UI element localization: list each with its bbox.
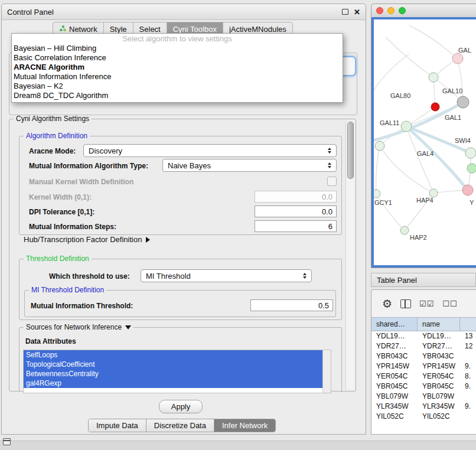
network-node[interactable]	[462, 185, 473, 195]
table-cell: YLR345W	[418, 402, 460, 412]
algorithm-option[interactable]: Basic Correlation Inference	[12, 53, 343, 63]
threshold-definition-group: Threshold Definition Which threshold to …	[19, 259, 342, 320]
algorithm-option[interactable]: Bayesian – Hill Climbing	[12, 44, 343, 53]
network-node[interactable]	[431, 103, 439, 111]
mi-algorithm-type-combobox[interactable]: Naive Bayes	[162, 159, 337, 172]
data-attributes-list[interactable]: SelfLoopsTopologicalCoefficientBetweenne…	[23, 350, 331, 393]
node-label: GAL1	[445, 114, 461, 121]
algorithm-option[interactable]: Dream8 DC_TDC Algorithm	[12, 91, 343, 100]
table-cell: 8.	[460, 371, 476, 381]
table-row[interactable]: YDL19…YDL19…13	[371, 331, 476, 341]
network-node[interactable]	[457, 96, 469, 108]
network-node[interactable]	[375, 141, 384, 151]
column-header-shared-name[interactable]: shared…	[371, 318, 418, 331]
kernel-width-input[interactable]	[255, 191, 337, 203]
algorithm-popup-list: Bayesian – Hill ClimbingBasic Correlatio…	[12, 44, 343, 100]
table-row[interactable]: YDR27…YDR27…12	[371, 341, 476, 351]
table-toolbar: ⚙ ☑☑ ☐☐	[371, 290, 476, 317]
table-panel-header: Table Panel	[371, 273, 476, 287]
network-node[interactable]	[452, 53, 463, 64]
network-edge	[376, 146, 380, 194]
algorithm-option[interactable]: Bayesian – K2	[12, 81, 343, 91]
table-cell: YBL079W	[418, 392, 460, 402]
aracne-mode-combobox[interactable]: Discovery	[83, 144, 337, 157]
network-node[interactable]	[374, 190, 380, 198]
network-node[interactable]	[467, 164, 476, 173]
minimize-window-icon[interactable]	[387, 7, 395, 14]
table-cell: YLR345W	[371, 402, 418, 412]
mi-steps-input[interactable]	[255, 220, 337, 232]
threshold-definition-title: Threshold Definition	[24, 255, 92, 263]
node-label: GAL10	[442, 87, 462, 94]
tab-infer-network[interactable]: Infer Network	[214, 419, 275, 432]
table-row[interactable]: YBR043CYBR043C	[371, 351, 476, 361]
control-panel-titlebar: Control Panel ✕	[2, 4, 366, 20]
zoom-window-icon[interactable]	[399, 7, 406, 14]
algorithm-option[interactable]: ARACNE Algorithm	[12, 63, 343, 72]
table-body: YDL19…YDL19…13YDR27…YDR27…12YBR043CYBR04…	[371, 331, 476, 435]
column-header-name[interactable]: name	[418, 318, 460, 331]
cyni-algorithm-settings-group: Cyni Algorithm Settings Algorithm Defini…	[9, 119, 356, 392]
algorithm-option[interactable]: Mutual Information Inference	[12, 72, 343, 81]
attribute-item-selected[interactable]: TopologicalCoefficient	[24, 360, 331, 369]
table-row[interactable]: YBL079WYBL079W	[371, 392, 476, 402]
table-row[interactable]: YER054CYER054C8.	[371, 371, 476, 381]
table-panel-window: ⚙ ☑☑ ☐☐ shared… name YDL19…YDL19…13YDR27…	[371, 289, 476, 435]
restore-panel-icon[interactable]	[3, 438, 11, 445]
table-cell: YIL052C	[371, 412, 418, 422]
table-cell: YPR145W	[371, 361, 418, 371]
attribute-item-selected[interactable]: SelfLoops	[24, 350, 331, 360]
network-node[interactable]	[465, 148, 476, 158]
combo-stepper-icon	[324, 148, 331, 154]
close-panel-icon[interactable]: ✕	[354, 8, 360, 16]
dpi-tolerance-input[interactable]	[255, 206, 337, 217]
tab-label: Select	[139, 25, 161, 34]
network-graph[interactable]: GALGAL80GAL10GAL11GAL1SWI4GAL4GCY1HAP4HA…	[374, 19, 476, 268]
apply-button[interactable]: Apply	[159, 400, 203, 413]
table-cell: YPR145W	[418, 361, 460, 371]
network-node[interactable]	[401, 121, 412, 132]
table-row[interactable]: YIL052CYIL052C	[371, 412, 476, 422]
tab-label: jActiveMNodules	[229, 25, 286, 34]
network-node[interactable]	[400, 226, 409, 234]
columns-icon[interactable]	[400, 299, 411, 308]
table-row[interactable]: YPR145WYPR145W9.	[371, 361, 476, 371]
table-cell: 9.	[460, 381, 476, 392]
network-node[interactable]	[429, 189, 438, 197]
bottom-tabs: Impute DataDiscretize DataInfer Network	[88, 419, 276, 432]
sources-group-title[interactable]: Sources for Network Inference	[24, 323, 133, 331]
algorithm-dropdown-popup: Select algorithm to view settings Bayesi…	[11, 33, 343, 103]
mi-threshold-input[interactable]	[250, 299, 333, 311]
sources-title-text: Sources for Network Inference	[26, 323, 122, 331]
settings-scrollbar[interactable]	[345, 120, 354, 390]
network-node[interactable]	[429, 73, 438, 82]
tab-label: Style	[110, 25, 127, 34]
attribute-item-selected[interactable]: gal4RGexp	[24, 379, 331, 388]
tab-discretize-data[interactable]: Discretize Data	[146, 419, 214, 432]
collapse-down-icon	[125, 325, 131, 330]
deselect-all-columns-icon[interactable]: ☐☐	[442, 299, 457, 308]
status-bar	[0, 441, 476, 450]
table-cell: YBR045C	[418, 381, 460, 392]
column-header-clipped[interactable]	[460, 318, 476, 331]
settings-scrollbar-thumb[interactable]	[347, 122, 354, 179]
gear-icon[interactable]: ⚙	[382, 297, 392, 311]
network-canvas[interactable]: GALGAL80GAL10GAL11GAL1SWI4GAL4GCY1HAP4HA…	[371, 17, 476, 268]
table-row[interactable]: YLR345WYLR345W9.	[371, 402, 476, 412]
close-window-icon[interactable]	[376, 7, 383, 14]
attributes-scrollbar[interactable]	[322, 350, 331, 393]
which-threshold-combobox[interactable]: MI Threshold	[141, 269, 312, 282]
select-all-columns-icon[interactable]: ☑☑	[419, 299, 434, 308]
table-cell: 9.	[460, 402, 476, 412]
algorithm-definition-group: Algorithm Definition Aracne Mode: Discov…	[19, 136, 342, 235]
float-panel-icon[interactable]	[342, 9, 348, 15]
mi-steps-label: Mutual Information Steps:	[29, 223, 116, 231]
network-tab-icon	[59, 25, 67, 34]
network-edge	[409, 25, 458, 58]
manual-kernel-width-checkbox[interactable]	[327, 177, 337, 186]
tab-impute-data[interactable]: Impute Data	[89, 419, 146, 432]
table-row[interactable]: YBR045CYBR045C9.	[371, 381, 476, 392]
hub-transcription-section[interactable]: Hub/Transcription Factor Definition	[24, 235, 150, 244]
node-label: HAP2	[410, 234, 427, 241]
attribute-item-selected[interactable]: BetweennessCentrality	[24, 369, 331, 379]
